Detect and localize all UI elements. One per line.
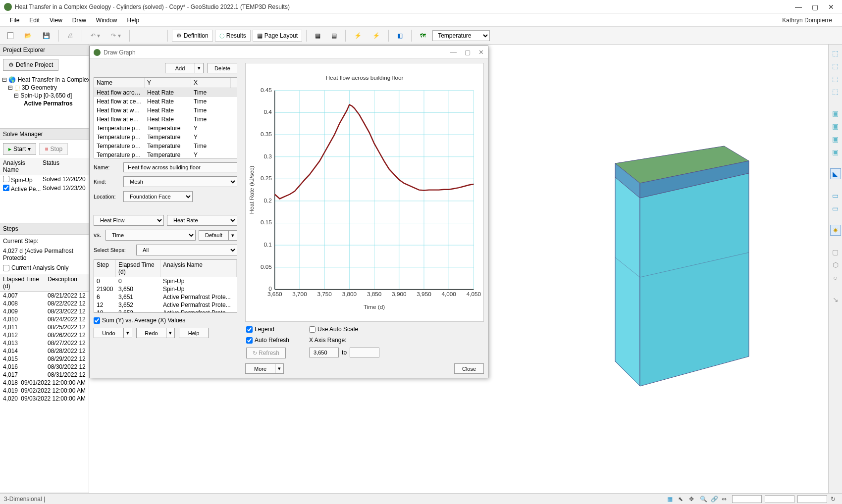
save-file-button[interactable]: 💾 (38, 30, 54, 42)
default-button[interactable]: Default (199, 230, 228, 241)
menu-view[interactable]: View (45, 16, 67, 25)
add-graph-dropdown[interactable]: ▾ (195, 63, 204, 73)
status-move-icon[interactable]: ✥ (688, 495, 696, 503)
status-zoom-icon[interactable]: 🔍 (699, 495, 707, 503)
step-row[interactable]: 4,01909/02/2022 12:00:00 AM (0, 387, 89, 395)
dlg-step-row[interactable]: 123,652Active Permafrost Prote... (94, 301, 237, 309)
status-refresh-icon[interactable]: ↻ (830, 495, 838, 503)
current-only-check[interactable] (3, 265, 9, 271)
stop-button[interactable]: ■Stop (39, 143, 68, 155)
step-row[interactable]: 4,01408/28/2022 12 (0, 347, 89, 355)
view-tool-13[interactable]: ▢ (830, 247, 841, 257)
step-row[interactable]: 4,01208/26/2022 12 (0, 331, 89, 339)
graph-row[interactable]: Temperature over...TemperatureTime (94, 142, 237, 151)
steps-table[interactable]: Step Elapsed Time (d) Analysis Name 00Sp… (94, 259, 237, 313)
refresh-button[interactable]: ↻ Refresh (246, 348, 286, 358)
close-window-button[interactable]: ✕ (828, 3, 834, 11)
autoscale-check[interactable] (309, 326, 316, 333)
graph-row[interactable]: Heat flow at east t...Heat RateTime (94, 115, 237, 124)
graph-name-input[interactable] (123, 162, 237, 172)
step-row[interactable]: 4,01608/30/2022 12 (0, 363, 89, 371)
step-row[interactable]: 4,01308/27/2022 12 (0, 339, 89, 347)
start-button[interactable]: ▸Start▾ (3, 143, 36, 155)
tool-icon-6[interactable]: 🗺 (416, 30, 430, 42)
dialog-maximize[interactable]: ▢ (465, 49, 471, 56)
status-cursor-icon[interactable]: ⬉ (678, 495, 685, 503)
define-project-button[interactable]: ⚙Define Project (3, 59, 58, 71)
undo-button[interactable]: ↶ ▾ (86, 30, 105, 42)
view-tool-5[interactable]: ▣ (830, 108, 841, 119)
y-category-select[interactable]: Heat Flow (94, 215, 164, 226)
menu-help[interactable]: Help (122, 16, 145, 25)
status-arrows-icon[interactable]: ⇔ (721, 495, 729, 503)
status-link-icon[interactable]: 🔗 (710, 495, 718, 503)
step-row[interactable]: 4,01708/31/2022 12 (0, 371, 89, 379)
xmax-input[interactable] (350, 348, 379, 357)
graph-row[interactable]: Temperature profi...TemperatureY (94, 151, 237, 158)
step-row[interactable]: 4,01108/25/2022 12 (0, 323, 89, 331)
view-tool-10[interactable]: ▭ (830, 190, 841, 201)
y-param-select[interactable]: Heat Rate (167, 215, 237, 226)
default-dropdown[interactable]: ▾ (228, 230, 237, 241)
view-tool-7[interactable]: ▣ (830, 134, 841, 145)
new-file-button[interactable] (3, 30, 18, 42)
maximize-button[interactable]: ▢ (812, 3, 818, 11)
status-box-2[interactable] (765, 495, 794, 503)
step-row[interactable]: 4,00908/23/2022 12 (0, 307, 89, 315)
graph-row[interactable]: Heat flow at west ...Heat RateTime (94, 106, 237, 115)
dlg-step-row[interactable]: 183,653Active Permafrost Prote... (94, 309, 237, 313)
menu-file[interactable]: File (5, 16, 24, 25)
view-tool-12[interactable]: ✷ (830, 225, 841, 236)
dialog-close[interactable]: ✕ (478, 49, 484, 56)
view-tool-6[interactable]: ▣ (830, 121, 841, 132)
menu-window[interactable]: Window (91, 16, 122, 25)
undo-button[interactable]: Undo (94, 328, 123, 338)
step-row[interactable]: 4,02009/03/2022 12:00:00 AM (0, 395, 89, 403)
add-graph-button[interactable]: Add (165, 63, 195, 73)
view-tool-2[interactable]: ⬚ (830, 60, 841, 71)
dlg-step-row[interactable]: 219003,650Spin-Up (94, 285, 237, 293)
view-tool-1[interactable]: ⬚ (830, 48, 841, 58)
view-tool-9[interactable]: ◣ (830, 168, 841, 179)
dialog-minimize[interactable]: — (450, 49, 457, 56)
more-button[interactable]: More (245, 363, 275, 374)
view-tool-15[interactable]: ○ (830, 272, 841, 283)
legend-check[interactable] (246, 326, 253, 333)
sum-avg-check[interactable] (94, 317, 100, 324)
x-param-select[interactable]: Time (105, 230, 196, 241)
graph-list[interactable]: Name Y X Heat flow across b...Heat RateT… (94, 77, 237, 158)
step-row[interactable]: 4,01508/29/2022 12 (0, 355, 89, 363)
dlg-step-row[interactable]: 63,651Active Permafrost Prote... (94, 293, 237, 301)
view-tool-11[interactable]: ▭ (830, 203, 841, 214)
status-box-1[interactable] (732, 495, 762, 503)
kind-select[interactable]: Mesh (123, 176, 237, 187)
print-button[interactable]: 🖨 (63, 30, 78, 42)
analysis-check[interactable] (3, 185, 9, 191)
redo-button[interactable]: ↷ ▾ (106, 30, 125, 42)
analysis-check[interactable] (3, 176, 9, 182)
status-grid-icon[interactable]: ▦ (667, 495, 675, 503)
definition-tab[interactable]: ⚙Definition (172, 30, 213, 42)
step-row[interactable]: 4,00708/21/2022 12 (0, 292, 89, 300)
location-select[interactable]: Foundation Face (123, 191, 193, 202)
graph-row[interactable]: Temperature profi...TemperatureY (94, 124, 237, 133)
xmin-input[interactable] (309, 348, 339, 357)
graph-row[interactable]: Heat flow at centr...Heat RateTime (94, 97, 237, 106)
graph-row[interactable]: Temperature profi...TemperatureY (94, 133, 237, 142)
graph-row[interactable]: Heat flow across b...Heat RateTime (94, 88, 237, 97)
tool-icon-3[interactable]: ⚡ (350, 30, 366, 42)
project-tree[interactable]: ⊟ 🌎 Heat Transfer in a Complex G ⊟ ⬚ 3D … (0, 74, 89, 128)
tool-icon-5[interactable]: ◧ (393, 30, 407, 42)
help-button[interactable]: Help (179, 328, 209, 338)
autorefresh-check[interactable] (246, 337, 253, 344)
redo-button[interactable]: Redo (136, 328, 166, 338)
close-button[interactable]: Close (454, 363, 484, 374)
tool-icon-4[interactable]: ⚡ (368, 30, 384, 42)
minimize-button[interactable]: — (795, 3, 802, 11)
delete-graph-button[interactable]: Delete (208, 63, 237, 73)
step-row[interactable]: 4,00808/22/2022 12 (0, 300, 89, 307)
view-tool-3[interactable]: ⬚ (830, 73, 841, 84)
page-layout-tab[interactable]: ▦Page Layout (253, 30, 302, 42)
parameter-dropdown[interactable]: Temperature (432, 30, 490, 41)
view-tool-14[interactable]: ⬡ (830, 259, 841, 270)
